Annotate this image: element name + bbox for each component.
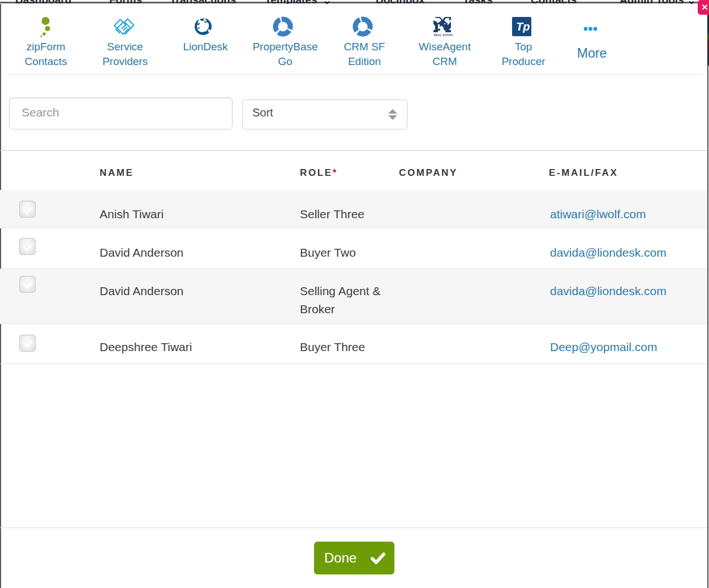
svg-text:Tp: Tp: [516, 20, 530, 33]
svg-text:REAL ESTATE: REAL ESTATE: [434, 34, 453, 37]
